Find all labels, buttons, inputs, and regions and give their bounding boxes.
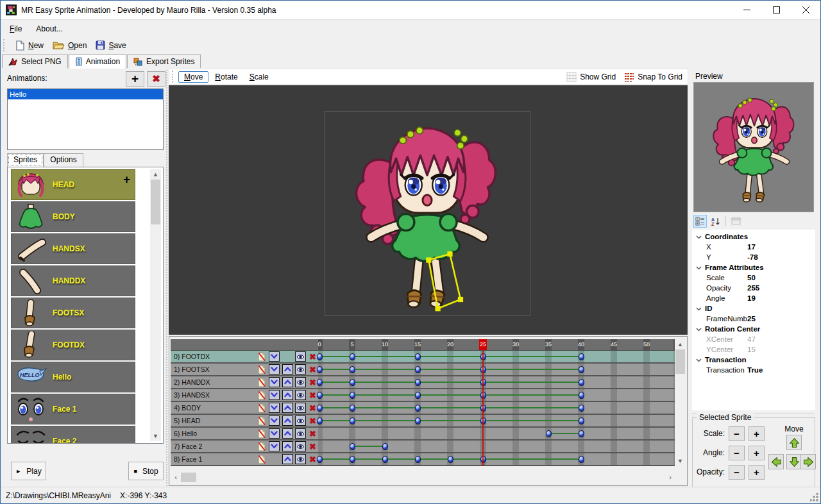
scroll-down-icon[interactable]: ▼ xyxy=(150,431,161,441)
track-move-up-icon[interactable] xyxy=(282,377,293,387)
collapse-chevron-icon[interactable] xyxy=(692,264,705,271)
sprite-list-scrollbar[interactable]: ▲ ▼ xyxy=(150,169,161,441)
track-delete-icon[interactable]: ✖ xyxy=(307,428,318,439)
play-button[interactable]: ► Play xyxy=(11,462,46,480)
keyframe-frame-40[interactable] xyxy=(579,430,584,437)
keyframe-frame-15[interactable] xyxy=(415,405,421,412)
keyframe-frame-5[interactable] xyxy=(350,456,355,463)
tab-export-sprites[interactable]: Export Sprites xyxy=(127,55,201,68)
track-move-up-icon[interactable] xyxy=(282,416,293,426)
menu-file[interactable]: File xyxy=(10,24,22,33)
keyframe-frame-0[interactable] xyxy=(317,417,323,424)
property-scale[interactable]: Scale50 xyxy=(692,273,815,283)
frame-tick-25[interactable]: 25 xyxy=(477,339,489,350)
keyframe-frame-40[interactable] xyxy=(579,366,584,373)
timeline-track-6-hello[interactable]: 6) Hello✖ xyxy=(171,428,675,441)
tab-select-png[interactable]: Select PNG xyxy=(2,55,68,68)
keyframe-frame-40[interactable] xyxy=(579,392,584,399)
track-move-up-icon[interactable] xyxy=(282,454,293,464)
categorized-view-button[interactable] xyxy=(693,215,707,228)
mode-move-button[interactable]: Move xyxy=(178,71,208,83)
track-visibility-icon[interactable] xyxy=(295,390,306,400)
collapse-chevron-icon[interactable] xyxy=(692,325,705,333)
track-visibility-icon[interactable] xyxy=(295,403,306,413)
show-grid-label[interactable]: Show Grid xyxy=(580,72,616,81)
delete-animation-button[interactable]: ✖ xyxy=(147,71,165,87)
track-move-up-icon[interactable] xyxy=(282,390,293,400)
sprite-item-hello[interactable]: HELLOHello xyxy=(11,362,135,392)
frame-tick-30[interactable]: 30 xyxy=(509,339,522,350)
timeline-track-5-head[interactable]: 5) HEAD✖ xyxy=(171,415,675,428)
animation-canvas[interactable] xyxy=(169,85,688,335)
tab-options[interactable]: Options xyxy=(44,153,83,167)
sprite-item-footdx[interactable]: FOOTDX xyxy=(11,330,135,360)
animation-item-hello[interactable]: Hello xyxy=(8,89,163,99)
keyframe-frame-40[interactable] xyxy=(579,405,584,412)
open-button[interactable]: Open xyxy=(49,39,90,51)
track-edit-icon[interactable] xyxy=(256,416,267,426)
frame-tick-40[interactable]: 40 xyxy=(575,339,588,350)
track-frames-area[interactable] xyxy=(318,428,675,439)
track-edit-icon[interactable] xyxy=(256,390,267,400)
chibi-character[interactable] xyxy=(344,112,511,316)
move-down-button[interactable] xyxy=(786,454,802,469)
scroll-right-icon[interactable]: › xyxy=(665,472,675,483)
snap-to-grid-label[interactable]: Snap To Grid xyxy=(638,72,682,81)
move-up-button[interactable] xyxy=(786,435,802,450)
keyframe-frame-5[interactable] xyxy=(350,366,355,373)
track-visibility-icon[interactable] xyxy=(295,364,306,374)
close-button[interactable] xyxy=(791,1,820,20)
keyframe-frame-5[interactable] xyxy=(350,353,355,360)
frame-tick-20[interactable]: 20 xyxy=(444,339,457,350)
maximize-button[interactable] xyxy=(761,1,791,20)
property-category-rotation-center[interactable]: Rotation Center xyxy=(692,324,815,334)
scrollbar-thumb[interactable] xyxy=(675,349,685,374)
keyframe-frame-5[interactable] xyxy=(350,392,355,399)
frame-tick-5[interactable]: 5 xyxy=(346,339,359,350)
timeline-track-3-handsx[interactable]: 3) HANDSX✖ xyxy=(171,389,675,402)
track-move-up-icon[interactable] xyxy=(282,428,293,439)
track-visibility-icon[interactable] xyxy=(295,428,306,439)
show-grid-icon[interactable] xyxy=(566,72,577,82)
track-move-down-icon[interactable] xyxy=(269,351,280,362)
snap-to-grid-icon[interactable] xyxy=(624,72,634,82)
keyframe-frame-10[interactable] xyxy=(382,443,388,450)
track-move-down-icon[interactable] xyxy=(269,403,280,413)
frame-tick-15[interactable]: 15 xyxy=(411,339,424,350)
collapse-chevron-icon[interactable] xyxy=(692,305,705,312)
track-visibility-icon[interactable] xyxy=(295,351,306,362)
move-right-button[interactable] xyxy=(800,454,816,469)
track-move-down-icon[interactable] xyxy=(269,416,280,426)
add-frame-icon[interactable]: + xyxy=(123,172,130,187)
timeline-header[interactable]: 05101520253035404550 xyxy=(171,339,675,351)
keyframe-frame-15[interactable] xyxy=(415,392,421,399)
track-delete-icon[interactable]: ✖ xyxy=(307,441,318,451)
track-move-down-icon[interactable] xyxy=(269,377,280,387)
track-edit-icon[interactable] xyxy=(256,377,267,387)
track-visibility-icon[interactable] xyxy=(295,454,306,464)
angle-minus-button[interactable]: − xyxy=(729,446,745,460)
keyframe-frame-5[interactable] xyxy=(350,417,355,424)
scroll-up-icon[interactable]: ▲ xyxy=(150,169,161,180)
keyframe-frame-0[interactable] xyxy=(317,456,323,463)
keyframe-frame-0[interactable] xyxy=(317,405,323,412)
frame-tick-50[interactable]: 50 xyxy=(640,339,653,350)
track-move-down-icon[interactable] xyxy=(269,428,280,439)
track-move-down-icon[interactable] xyxy=(269,364,280,374)
property-y[interactable]: Y-78 xyxy=(692,252,815,262)
scroll-down-icon[interactable]: ▼ xyxy=(675,456,686,466)
timeline-track-4-body[interactable]: 4) BODY✖ xyxy=(171,402,675,415)
resize-grip[interactable] xyxy=(810,493,818,501)
timeline-track-1-footsx[interactable]: 1) FOOTSX✖ xyxy=(171,364,675,376)
track-move-down-icon[interactable] xyxy=(269,441,280,451)
property-category-frame-attributes[interactable]: Frame Attributes xyxy=(692,262,815,273)
track-edit-icon[interactable] xyxy=(256,364,267,374)
property-x[interactable]: X17 xyxy=(692,242,815,252)
angle-plus-button[interactable]: + xyxy=(749,446,765,460)
property-transaction[interactable]: TransactionTrue xyxy=(692,365,815,375)
scale-plus-button[interactable]: + xyxy=(749,426,765,441)
scrollbar-thumb[interactable] xyxy=(151,180,160,224)
track-move-up-icon[interactable] xyxy=(282,403,293,413)
track-move-up-icon[interactable] xyxy=(282,364,293,374)
move-left-button[interactable] xyxy=(768,454,784,469)
